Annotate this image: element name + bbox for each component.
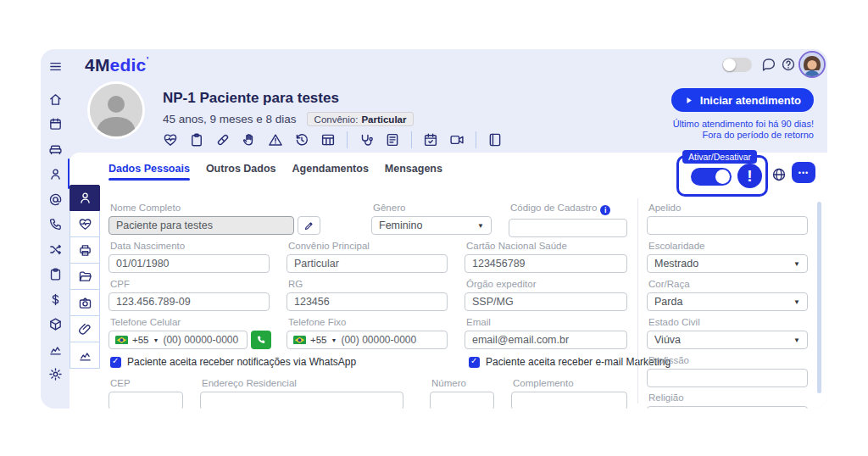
nickname-input[interactable]: [647, 216, 808, 235]
field-label: Convênio Principal: [288, 241, 448, 251]
cpf-input[interactable]: [108, 292, 270, 311]
mobile-phone-input[interactable]: +55▼ (00) 00000-0000: [108, 331, 248, 349]
tab-mensagens[interactable]: Mensagens: [385, 163, 442, 179]
chevron-down-icon: ▼: [793, 298, 800, 306]
email-input[interactable]: [465, 331, 627, 349]
logo-text: edic: [110, 55, 147, 75]
sidebar-item-referrals[interactable]: [41, 237, 70, 263]
stethoscope-icon[interactable]: [359, 132, 374, 147]
start-appointment-button[interactable]: Iniciar atendimento: [671, 88, 814, 112]
whatsapp-button[interactable]: [251, 331, 271, 349]
chevron-down-icon: ▼: [793, 260, 800, 268]
toolbar-divider: [347, 131, 348, 148]
record-icon[interactable]: [385, 132, 400, 147]
referrals-icon: [48, 242, 63, 257]
marketing-optin-checkbox[interactable]: Paciente aceita receber e-mail Marketing: [469, 356, 670, 368]
patient-sidebar-item-patient-data[interactable]: [70, 185, 100, 211]
calendar-check-icon[interactable]: [423, 132, 438, 147]
sidebar-item-reports[interactable]: [41, 337, 70, 363]
edit-name-button[interactable]: [298, 216, 320, 235]
hand-icon[interactable]: [242, 132, 257, 147]
patient-sidebar-item-attachments[interactable]: [70, 316, 100, 342]
patient-sidebar-item-health[interactable]: [70, 211, 100, 237]
billing-icon: [48, 292, 63, 307]
full-name-input[interactable]: [108, 216, 294, 235]
globe-icon[interactable]: [771, 167, 787, 182]
field-label: RG: [288, 279, 448, 289]
patient-active-toggle[interactable]: [691, 168, 732, 186]
book-icon[interactable]: [487, 132, 503, 147]
tab-dados-pessoais[interactable]: Dados Pessoais: [108, 163, 190, 179]
alert-icon[interactable]: [268, 132, 283, 147]
patient-sidebar-item-charts[interactable]: [70, 342, 100, 369]
patient-sidebar-item-files[interactable]: [70, 264, 100, 290]
tab-agendamentos[interactable]: Agendamentos: [292, 163, 369, 179]
sidebar-item-home[interactable]: [41, 87, 70, 113]
field-label: Telefone Fixo: [288, 317, 448, 327]
field-label: Cor/Raça: [648, 279, 808, 289]
vertical-scrollbar[interactable]: [817, 202, 821, 393]
user-avatar[interactable]: [798, 51, 826, 78]
app-logo: 4Medic’: [85, 55, 149, 75]
activate-tooltip: Ativar/Desativar: [682, 150, 757, 164]
app-window: 4Medic’ NP-1 Paciente para testes 45 ano…: [41, 49, 827, 409]
patients-icon: [48, 167, 63, 181]
tab-outros-dados[interactable]: Outros Dados: [206, 163, 276, 179]
education-select[interactable]: Mestrado▼: [647, 254, 808, 273]
menu-button[interactable]: [41, 54, 70, 80]
sidebar-item-clipboard[interactable]: [41, 262, 70, 287]
info-icon[interactable]: i: [600, 205, 610, 215]
sidebar-item-patients[interactable]: [41, 162, 70, 187]
address-input[interactable]: [200, 392, 403, 409]
marital-status-select[interactable]: Viúva▼: [647, 331, 808, 349]
birthdate-input[interactable]: [108, 254, 270, 273]
patient-sidebar-item-photos[interactable]: [70, 290, 100, 316]
landline-phone-input[interactable]: +55▼ (00) 00000-0000: [287, 331, 448, 349]
pencil-icon: [303, 220, 314, 231]
patient-sidebar-item-print[interactable]: [70, 237, 100, 264]
cep-input[interactable]: [108, 392, 183, 409]
inventory-icon: [48, 317, 63, 331]
address-complement-input[interactable]: [511, 392, 627, 409]
address-number-input[interactable]: [430, 392, 494, 409]
photos-icon: [78, 296, 92, 310]
toolbar-divider: [476, 131, 476, 148]
religion-input[interactable]: [647, 406, 808, 409]
sidebar-item-billing[interactable]: [41, 287, 70, 313]
rg-input[interactable]: [287, 292, 448, 311]
issuing-agency-input[interactable]: [465, 292, 627, 311]
theme-toggle[interactable]: [722, 58, 752, 72]
whatsapp-optin-checkbox[interactable]: Paciente aceita receber notificações via…: [110, 356, 356, 368]
sidebar-item-waiting-room[interactable]: [41, 137, 70, 163]
profession-input[interactable]: [647, 369, 808, 387]
insurance-badge: Convênio:Particular: [307, 112, 415, 126]
clipboard-icon[interactable]: [189, 132, 204, 147]
patient-avatar[interactable]: [87, 81, 145, 139]
insurance-input[interactable]: [287, 254, 448, 273]
brazil-flag-icon: [115, 336, 128, 345]
at-sign-icon: [48, 192, 63, 207]
chevron-down-icon: ▼: [153, 337, 159, 343]
sidebar-item-inventory[interactable]: [41, 312, 70, 337]
race-select[interactable]: Parda▼: [647, 292, 808, 311]
registration-code-input[interactable]: [509, 219, 627, 237]
sidebar-item-at-sign[interactable]: [41, 187, 70, 213]
more-options-button[interactable]: •••: [792, 162, 815, 183]
health-icon: [78, 217, 92, 231]
video-icon[interactable]: [449, 132, 465, 147]
sidebar-item-calendar[interactable]: [41, 112, 70, 137]
field-label: Número: [431, 378, 494, 388]
sidebar-item-phone[interactable]: [41, 212, 70, 237]
table-icon[interactable]: [320, 132, 336, 147]
help-icon[interactable]: [781, 57, 796, 72]
calendar-icon: [48, 117, 63, 131]
sidebar-item-settings[interactable]: [41, 362, 70, 387]
history-icon[interactable]: [294, 132, 309, 147]
pill-icon[interactable]: [215, 132, 231, 147]
gender-select[interactable]: Feminino▼: [371, 216, 492, 235]
field-label: Cartão Nacional Saúde: [466, 241, 627, 251]
national-health-card-input[interactable]: [465, 254, 627, 273]
chat-icon[interactable]: [761, 57, 776, 72]
patient-name: NP-1 Paciente para testes: [163, 90, 339, 107]
heart-pulse-icon[interactable]: [163, 132, 178, 147]
